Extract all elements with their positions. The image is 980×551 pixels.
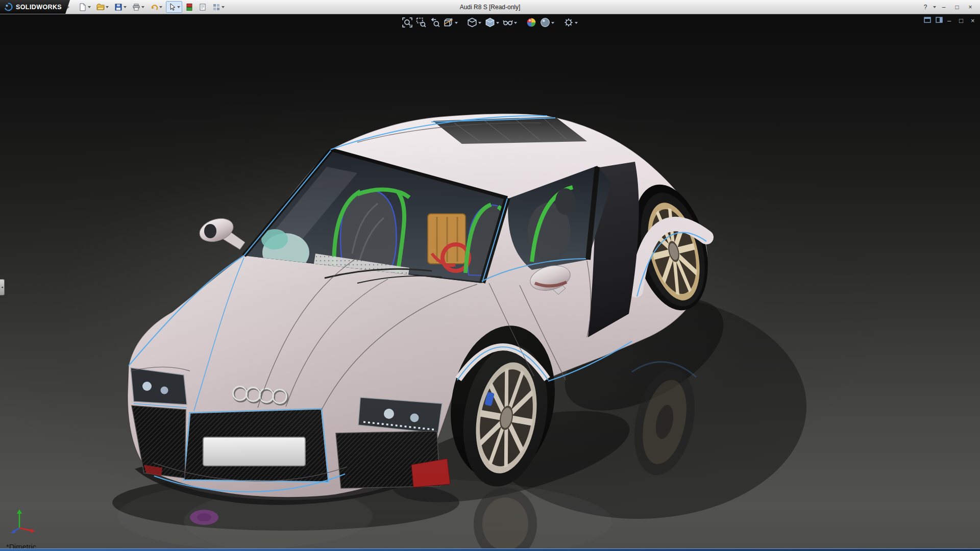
options-button[interactable] (210, 1, 227, 13)
dropdown-caret (496, 22, 499, 26)
task-pane-icon-1[interactable] (921, 16, 929, 24)
titlebar: SOLIDWORKS (0, 0, 980, 14)
undo-button[interactable] (148, 1, 164, 13)
dropdown-caret (159, 6, 162, 10)
3d-scene[interactable] (0, 14, 980, 548)
dropdown-caret (141, 6, 144, 10)
file-properties-icon (199, 3, 207, 11)
dropdown-caret (124, 6, 127, 10)
window-controls: ? – □ × (920, 2, 980, 12)
view-settings-icon (564, 17, 574, 28)
zoom-to-fit-icon (402, 17, 412, 28)
featuremanager-splitter-handle[interactable]: ◂ (0, 279, 5, 295)
solidworks-window: { "window": { "brand": "SOLIDWORKS", "ti… (0, 0, 980, 551)
solidworks-logo: SOLIDWORKS (0, 0, 70, 14)
dropdown-caret (514, 22, 517, 26)
doc-restore-button[interactable]: □ (956, 17, 964, 24)
select-button[interactable] (166, 1, 182, 13)
close-button[interactable]: × (965, 2, 976, 12)
dropdown-caret (575, 22, 578, 26)
edit-appearance-button[interactable] (526, 17, 537, 28)
zoom-to-fit-button[interactable] (402, 17, 413, 28)
view-orientation-cube-icon (467, 17, 477, 28)
help-button[interactable]: ? (920, 2, 931, 12)
save-button[interactable] (112, 1, 129, 13)
xpress-products-icon (186, 3, 193, 11)
options-grid-icon (212, 3, 220, 11)
main-toolbar (71, 1, 227, 13)
open-folder-icon (96, 3, 105, 11)
view-orientation-button[interactable] (467, 17, 482, 28)
dropdown-caret (455, 22, 458, 26)
dropdown-caret (551, 22, 554, 26)
print-button[interactable] (130, 1, 146, 13)
print-icon (132, 3, 140, 11)
new-document-icon (79, 3, 87, 11)
section-view-icon (444, 17, 454, 28)
display-style-icon (485, 17, 495, 28)
doc-minimize-button[interactable]: – (944, 17, 952, 24)
file-properties-button[interactable] (197, 1, 209, 13)
brand-text: SOLIDWORKS (16, 4, 62, 11)
headsup-view-toolbar (402, 17, 578, 28)
view-orientation-label: *Dimetric (6, 543, 36, 548)
task-pane-icon-2[interactable] (933, 16, 941, 24)
document-window-controls: – □ × (921, 16, 976, 24)
hide-show-glasses-icon (503, 17, 513, 28)
previous-view-icon (430, 17, 440, 28)
maximize-button[interactable]: □ (951, 2, 963, 12)
apply-scene-button[interactable] (540, 17, 555, 28)
display-style-button[interactable] (484, 17, 500, 28)
open-button[interactable] (94, 1, 111, 13)
apply-scene-ball-icon (540, 17, 550, 28)
3ds-logo-icon (4, 3, 13, 11)
dropdown-caret (177, 6, 180, 10)
hide-show-items-button[interactable] (502, 17, 518, 28)
dropdown-caret (106, 6, 109, 10)
select-cursor-icon (168, 3, 176, 11)
edit-appearance-ball-icon (526, 17, 536, 28)
new-document-button[interactable] (77, 1, 93, 13)
dropdown-caret (222, 6, 225, 10)
zoom-to-area-button[interactable] (415, 17, 427, 28)
zoom-to-area-icon (416, 17, 426, 28)
section-view-button[interactable] (443, 17, 458, 28)
dropdown-caret (478, 22, 481, 26)
previous-view-button[interactable] (429, 17, 440, 28)
taskbar-edge (0, 548, 980, 551)
xpress-products-button[interactable] (184, 1, 195, 13)
minimize-button[interactable]: – (938, 2, 949, 12)
view-settings-button[interactable] (563, 17, 578, 28)
save-icon (114, 3, 122, 11)
dropdown-caret (933, 6, 936, 10)
graphics-viewport[interactable]: – □ × ◂ *Dimetric (0, 14, 980, 548)
dropdown-caret (88, 6, 91, 10)
doc-close-button[interactable]: × (968, 17, 976, 24)
undo-icon (150, 3, 158, 11)
orientation-triad (8, 506, 37, 534)
